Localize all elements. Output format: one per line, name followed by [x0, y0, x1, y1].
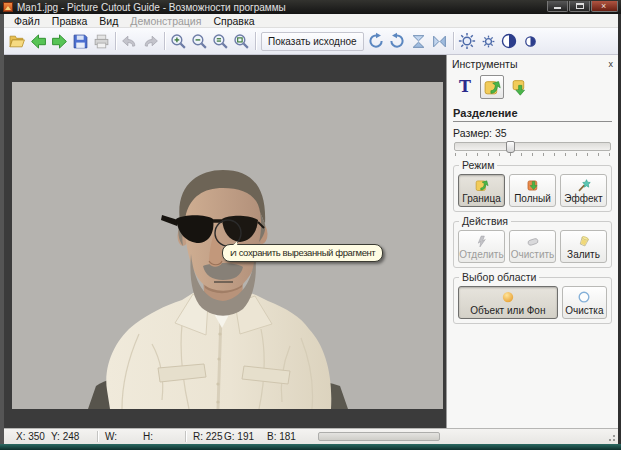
- menu-file[interactable]: Файл: [8, 15, 46, 27]
- cleanup-button[interactable]: Очистка: [562, 286, 607, 319]
- toolbar-separator: [255, 32, 256, 50]
- mode-groupbox: Режим Граница Полный Эффект: [453, 165, 612, 212]
- statusbar: X: 350 Y: 248 W: H: R: 225 G: 191 B: 181: [4, 428, 618, 444]
- object-or-background-label: Объект или Фон: [470, 305, 545, 316]
- fragment-tool-icon: [510, 78, 529, 97]
- app-window: Man1.jpg - Picture Cutout Guide - Возмож…: [0, 0, 621, 450]
- zoom-out-button[interactable]: [189, 31, 210, 52]
- rotate-cw-button[interactable]: [366, 31, 387, 52]
- zoom-out-icon: [191, 33, 208, 50]
- flip-vertical-button[interactable]: [408, 31, 429, 52]
- toolbar: Показать исходное: [4, 28, 618, 55]
- window-title: Man1.jpg - Picture Cutout Guide - Возмож…: [17, 1, 286, 14]
- eraser-icon: [525, 234, 541, 249]
- status-progress-bar: [318, 432, 440, 441]
- panel-title: Инструменты: [452, 58, 517, 70]
- rotate-ccw-button[interactable]: [387, 31, 408, 52]
- hint-tooltip: И сохранить вырезанный фрагмент: [222, 244, 383, 262]
- undo-button: [119, 31, 140, 52]
- contrast-small-icon: [524, 35, 537, 48]
- mode-effect-button[interactable]: Эффект: [560, 174, 607, 207]
- rotate-cw-icon: [367, 32, 385, 50]
- window-frame: Файл Правка Вид Демонстрация Справка: [0, 14, 621, 444]
- toolbar-separator: [453, 32, 454, 50]
- brightness-small-button[interactable]: [478, 31, 499, 52]
- maximize-button[interactable]: [569, 1, 590, 12]
- print-icon: [93, 33, 110, 50]
- minimize-button[interactable]: [547, 1, 568, 12]
- text-tool-button[interactable]: T: [453, 75, 477, 99]
- brightness-small-icon: [482, 35, 495, 48]
- size-slider[interactable]: [447, 140, 618, 156]
- separation-rule: [453, 121, 612, 122]
- brightness-button[interactable]: [457, 31, 478, 52]
- redo-icon: [142, 33, 159, 50]
- minimize-icon: [554, 7, 561, 9]
- fill-button[interactable]: Залить: [560, 230, 607, 263]
- titlebar: Man1.jpg - Picture Cutout Guide - Возмож…: [0, 0, 621, 14]
- actions-title: Действия: [459, 215, 511, 227]
- image-canvas[interactable]: И сохранить вырезанный фрагмент: [4, 55, 446, 428]
- fragment-tool-button[interactable]: [507, 75, 531, 99]
- contrast-icon: [500, 32, 518, 50]
- show-original-button[interactable]: Показать исходное: [261, 32, 364, 51]
- resize-grip[interactable]: [606, 432, 616, 442]
- back-button[interactable]: [28, 31, 49, 52]
- contrast-button[interactable]: [499, 31, 520, 52]
- slider-thumb[interactable]: [506, 141, 515, 153]
- fill-label: Залить: [567, 249, 600, 260]
- forward-button[interactable]: [49, 31, 70, 52]
- text-tool-icon: T: [459, 79, 471, 95]
- close-button[interactable]: [591, 1, 618, 12]
- size-label: Размер: 35: [447, 125, 618, 140]
- menu-demonstration: Демонстрация: [124, 15, 207, 27]
- menu-edit[interactable]: Правка: [46, 15, 93, 27]
- mode-full-button[interactable]: Полный: [509, 174, 556, 207]
- clear-button: Очистить: [509, 230, 556, 263]
- back-icon: [30, 33, 47, 50]
- menu-view[interactable]: Вид: [93, 15, 124, 27]
- contrast-small-button[interactable]: [520, 31, 541, 52]
- open-button[interactable]: [7, 31, 28, 52]
- selection-title: Выбор области: [459, 271, 539, 283]
- cleanup-ring-icon: [576, 290, 592, 305]
- toolbar-separator: [115, 32, 116, 50]
- selection-groupbox: Выбор области Объект или Фон Очистка: [453, 277, 612, 324]
- status-x: X: 350: [8, 431, 51, 442]
- flip-vertical-icon: [410, 33, 427, 50]
- open-icon: [9, 33, 26, 50]
- mode-full-label: Полный: [514, 193, 551, 204]
- zoom-in-icon: [170, 33, 187, 50]
- rotate-ccw-icon: [388, 32, 406, 50]
- object-or-background-button[interactable]: Объект или Фон: [458, 286, 558, 319]
- status-g: G: 191: [224, 431, 267, 442]
- save-button[interactable]: [70, 31, 91, 52]
- mode-full-icon: [525, 178, 541, 193]
- slider-track[interactable]: [454, 142, 611, 151]
- zoom-in-button[interactable]: [168, 31, 189, 52]
- app-icon: [3, 2, 13, 12]
- panel-close-icon[interactable]: x: [609, 60, 614, 69]
- cutout-tool-button[interactable]: [480, 75, 504, 99]
- main-area: И сохранить вырезанный фрагмент Инструме…: [4, 55, 618, 428]
- slider-ticks: [454, 151, 611, 156]
- status-h: H:: [143, 431, 185, 442]
- flip-horizontal-button[interactable]: [429, 31, 450, 52]
- menu-help[interactable]: Справка: [207, 15, 260, 27]
- mode-border-button[interactable]: Граница: [458, 174, 505, 207]
- status-w: W:: [98, 431, 143, 442]
- zoom-100-icon: [212, 33, 229, 50]
- panel-tools-row: T: [447, 71, 618, 104]
- mode-effect-label: Эффект: [564, 193, 602, 204]
- zoom-100-button[interactable]: [210, 31, 231, 52]
- lightning-icon: [474, 234, 490, 249]
- tools-panel: Инструменты x T Разделение Размер: [446, 55, 618, 428]
- mode-border-icon: [474, 178, 490, 193]
- window-controls: [547, 1, 618, 12]
- panel-header: Инструменты x: [447, 55, 618, 71]
- clear-label: Очистить: [511, 249, 555, 260]
- print-button: [91, 31, 112, 52]
- mode-title: Режим: [459, 159, 497, 171]
- zoom-fit-button[interactable]: [231, 31, 252, 52]
- redo-button: [140, 31, 161, 52]
